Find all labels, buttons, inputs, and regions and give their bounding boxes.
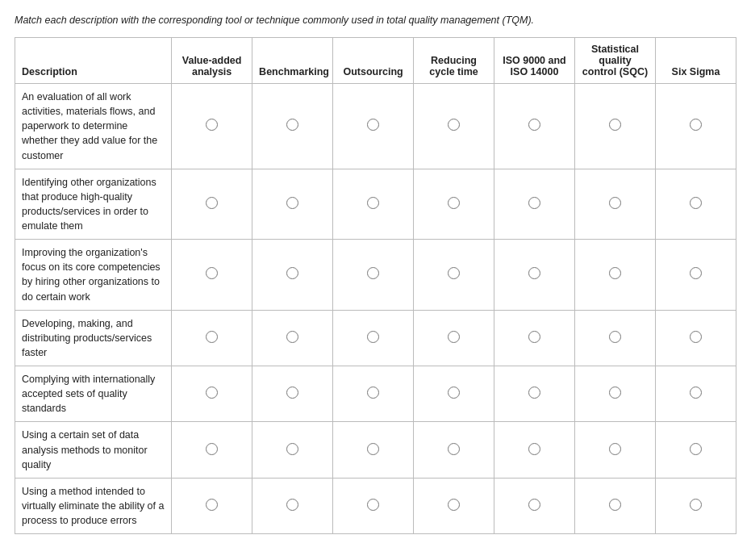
row-7-col5-cell: [494, 478, 575, 533]
row-5-col2-radio[interactable]: [286, 387, 298, 399]
row-1-col1-radio[interactable]: [206, 119, 218, 131]
row-1-col5-radio[interactable]: [528, 119, 540, 131]
row-4-col4-cell: [414, 310, 494, 366]
row-5-col7-radio[interactable]: [690, 387, 702, 399]
header-col5: ISO 9000 and ISO 14000: [494, 38, 575, 84]
row-7-col7-radio[interactable]: [690, 499, 702, 511]
row-5-col3-radio[interactable]: [367, 387, 379, 399]
row-3-col5-radio[interactable]: [528, 267, 540, 279]
row-2-col6-radio[interactable]: [609, 197, 621, 209]
row-4-col4-radio[interactable]: [448, 331, 460, 343]
row-3-col7-cell: [655, 240, 736, 311]
row-6-col7-cell: [655, 422, 736, 478]
table-row: Complying with internationally accepted …: [15, 366, 736, 422]
row-6-col6-cell: [574, 422, 655, 478]
row-2-col1-radio[interactable]: [206, 197, 218, 209]
row-6-col2-radio[interactable]: [286, 443, 298, 455]
row-7-col2-radio[interactable]: [286, 499, 298, 511]
row-5-col6-cell: [574, 366, 655, 422]
row-4-col6-cell: [574, 310, 655, 366]
row-1-col2-cell: [252, 84, 333, 169]
row-3-col6-radio[interactable]: [609, 267, 621, 279]
row-5-col6-radio[interactable]: [609, 387, 621, 399]
row-2-col2-cell: [252, 169, 333, 240]
row-3-description: Improving the organization's focus on it…: [15, 240, 172, 311]
row-6-col4-radio[interactable]: [448, 443, 460, 455]
row-1-col6-cell: [574, 84, 655, 169]
row-1-col2-radio[interactable]: [286, 119, 298, 131]
row-6-description: Using a certain set of data analysis met…: [15, 422, 172, 478]
row-6-col4-cell: [414, 422, 494, 478]
row-7-col5-radio[interactable]: [528, 499, 540, 511]
row-4-col5-radio[interactable]: [528, 331, 540, 343]
row-5-col3-cell: [333, 366, 414, 422]
row-4-col1-radio[interactable]: [206, 331, 218, 343]
row-4-col3-radio[interactable]: [367, 331, 379, 343]
row-4-col6-radio[interactable]: [609, 331, 621, 343]
row-2-col4-radio[interactable]: [448, 197, 460, 209]
row-3-col1-radio[interactable]: [206, 267, 218, 279]
row-2-col2-radio[interactable]: [286, 197, 298, 209]
row-7-col6-cell: [574, 478, 655, 533]
matching-table: Description Value-added analysis Benchma…: [15, 37, 736, 534]
row-7-col6-radio[interactable]: [609, 499, 621, 511]
header-col3: Outsourcing: [333, 38, 414, 84]
row-2-description: Identifying other organizations that pro…: [15, 169, 172, 240]
row-3-col7-radio[interactable]: [690, 267, 702, 279]
row-4-col7-cell: [655, 310, 736, 366]
row-7-col1-radio[interactable]: [206, 499, 218, 511]
row-7-col1-cell: [172, 478, 252, 533]
row-4-col1-cell: [172, 310, 252, 366]
row-6-col6-radio[interactable]: [609, 443, 621, 455]
row-5-description: Complying with internationally accepted …: [15, 366, 172, 422]
row-1-description: An evaluation of all work activities, ma…: [15, 84, 172, 169]
row-4-col5-cell: [494, 310, 575, 366]
row-4-col3-cell: [333, 310, 414, 366]
row-1-col5-cell: [494, 84, 575, 169]
row-4-col2-cell: [252, 310, 333, 366]
row-4-col2-radio[interactable]: [286, 331, 298, 343]
table-row: Developing, making, and distributing pro…: [15, 310, 736, 366]
row-2-col5-radio[interactable]: [528, 197, 540, 209]
table-row: Improving the organization's focus on it…: [15, 240, 736, 311]
row-3-col2-radio[interactable]: [286, 267, 298, 279]
row-6-col5-cell: [494, 422, 575, 478]
row-7-col3-radio[interactable]: [367, 499, 379, 511]
row-6-col7-radio[interactable]: [690, 443, 702, 455]
row-7-col4-radio[interactable]: [448, 499, 460, 511]
row-2-col3-radio[interactable]: [367, 197, 379, 209]
row-6-col2-cell: [252, 422, 333, 478]
row-2-col5-cell: [494, 169, 575, 240]
row-3-col4-radio[interactable]: [448, 267, 460, 279]
row-7-col7-cell: [655, 478, 736, 533]
row-5-col5-cell: [494, 366, 575, 422]
row-6-col5-radio[interactable]: [528, 443, 540, 455]
header-col7: Six Sigma: [655, 38, 736, 84]
row-7-col4-cell: [414, 478, 494, 533]
row-7-col2-cell: [252, 478, 333, 533]
header-col4: Reducing cycle time: [414, 38, 494, 84]
row-1-col6-radio[interactable]: [609, 119, 621, 131]
row-1-col3-radio[interactable]: [367, 119, 379, 131]
row-1-col4-radio[interactable]: [448, 119, 460, 131]
table-row: Using a method intended to virtually eli…: [15, 478, 736, 533]
row-6-col1-radio[interactable]: [206, 443, 218, 455]
row-5-col4-radio[interactable]: [448, 387, 460, 399]
row-6-col3-cell: [333, 422, 414, 478]
row-3-col3-radio[interactable]: [367, 267, 379, 279]
row-4-col7-radio[interactable]: [690, 331, 702, 343]
row-2-col7-cell: [655, 169, 736, 240]
row-7-description: Using a method intended to virtually eli…: [15, 478, 172, 533]
row-2-col7-radio[interactable]: [690, 197, 702, 209]
row-1-col7-radio[interactable]: [690, 119, 702, 131]
row-3-col6-cell: [574, 240, 655, 311]
row-5-col5-radio[interactable]: [528, 387, 540, 399]
row-5-col1-radio[interactable]: [206, 387, 218, 399]
row-4-description: Developing, making, and distributing pro…: [15, 310, 172, 366]
row-3-col3-cell: [333, 240, 414, 311]
row-5-col4-cell: [414, 366, 494, 422]
row-5-col2-cell: [252, 366, 333, 422]
row-1-col3-cell: [333, 84, 414, 169]
row-2-col3-cell: [333, 169, 414, 240]
row-6-col3-radio[interactable]: [367, 443, 379, 455]
